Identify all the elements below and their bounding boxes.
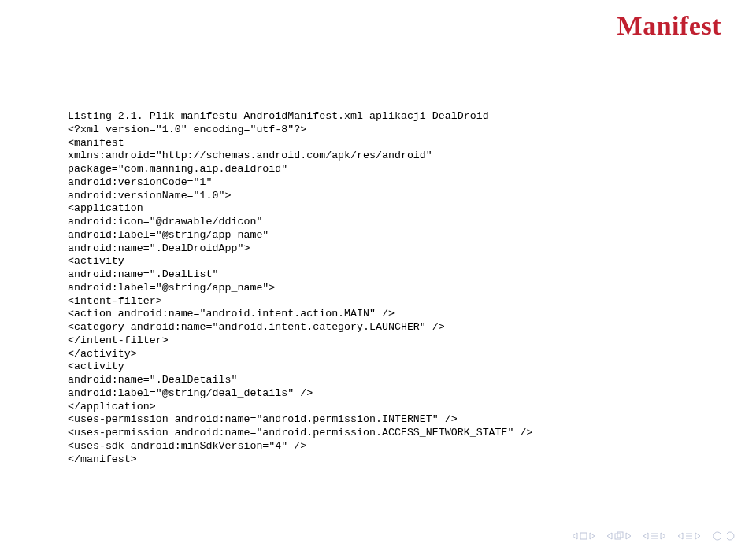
code-line: android:label="@string/app_name" [68, 229, 269, 241]
triangle-left-icon [572, 532, 578, 540]
code-line: <action android:name="android.intent.act… [68, 308, 395, 320]
stacked-squares-icon [614, 531, 624, 541]
nav-first-button[interactable] [572, 532, 595, 540]
code-line: </manifest> [68, 453, 137, 465]
code-line: <manifest [68, 137, 124, 149]
code-line: <application [68, 202, 143, 214]
nav-prev-button[interactable] [606, 531, 632, 541]
code-line: android:versionCode="1" [68, 176, 213, 188]
listing-caption: Listing 2.1. Plik manifestu AndroidManif… [68, 110, 489, 122]
triangle-left-icon [677, 532, 684, 540]
code-line: <uses-permission android:name="android.p… [68, 427, 532, 438]
code-line: <intent-filter> [68, 295, 162, 307]
code-line: <activity [68, 255, 124, 267]
lines-icon [650, 532, 658, 540]
code-line: package="com.manning.aip.dealdroid" [68, 163, 287, 175]
slide-title: Manifest [617, 11, 721, 41]
code-line: android:name=".DealList" [68, 268, 219, 280]
code-line: <category android:name="android.intent.c… [68, 321, 445, 333]
svg-marker-11 [661, 533, 665, 539]
triangle-right-icon [695, 532, 701, 540]
undo-arc-icon [712, 531, 723, 541]
triangle-left-icon [643, 532, 649, 540]
code-line: android:icon="@drawable/ddicon" [68, 216, 262, 227]
slide: Manifest Listing 2.1. Plik manifestu And… [0, 0, 756, 551]
svg-marker-3 [607, 533, 612, 539]
svg-marker-2 [590, 533, 595, 539]
svg-marker-7 [643, 533, 648, 539]
redo-arc-icon [724, 531, 736, 541]
code-line: </application> [68, 401, 156, 412]
lines-icon [685, 532, 693, 540]
code-line: android:versionName="1.0"> [68, 190, 231, 202]
code-listing: Listing 2.1. Plik manifestu AndroidManif… [68, 110, 690, 466]
square-icon [580, 532, 587, 540]
svg-rect-1 [580, 533, 587, 539]
nav-refresh-button[interactable] [712, 531, 736, 541]
code-line: xmlns:android="http://schemas.android.co… [68, 150, 432, 161]
code-line: android:name=".DealDroidApp"> [68, 242, 250, 254]
triangle-right-icon [589, 532, 595, 540]
code-line: android:label="@string/app_name"> [68, 282, 275, 294]
code-line: <?xml version="1.0" encoding="utf-8"?> [68, 124, 306, 135]
triangle-left-icon [606, 532, 613, 540]
code-line: </activity> [68, 348, 137, 360]
svg-marker-12 [678, 533, 683, 539]
code-line: <activity [68, 361, 124, 372]
code-line: <uses-sdk android:minSdkVersion="4" /> [68, 440, 306, 452]
nav-section-next-button[interactable] [677, 532, 701, 540]
svg-marker-0 [573, 533, 577, 539]
code-line: android:name=".DealDetails" [68, 374, 237, 386]
code-line: <uses-permission android:name="android.p… [68, 413, 458, 425]
code-line: android:label="@string/deal_details" /> [68, 387, 313, 399]
svg-marker-6 [626, 533, 631, 539]
triangle-right-icon [660, 532, 666, 540]
code-line: </intent-filter> [68, 335, 169, 346]
nav-section-prev-button[interactable] [643, 532, 666, 540]
svg-marker-16 [695, 533, 700, 539]
triangle-right-icon [625, 532, 632, 540]
nav-bar [572, 529, 736, 543]
